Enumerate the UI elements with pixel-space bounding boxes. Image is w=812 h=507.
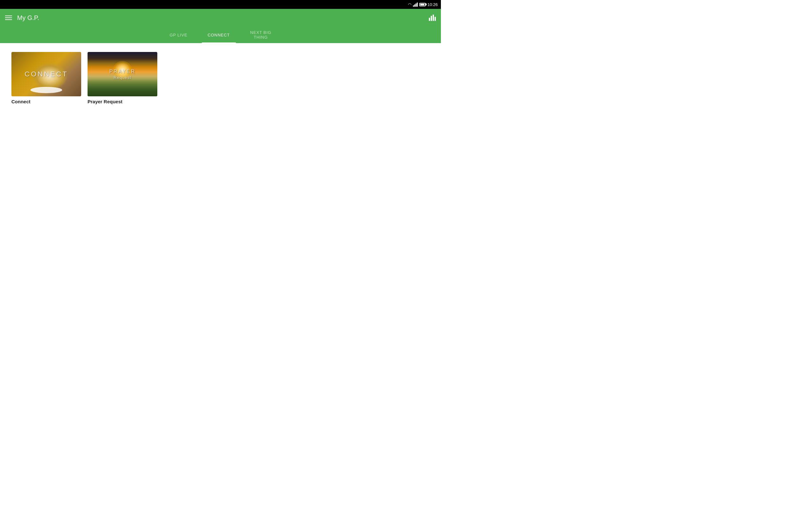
tab-connect-label: CONNECT: [208, 33, 230, 38]
prayer-card-image: PRAYER Request: [88, 52, 157, 96]
status-time: 10:26: [427, 2, 438, 7]
tab-connect[interactable]: CONNECT: [198, 26, 240, 43]
tab-next-big-thing-label: NEXT BIGTHING: [250, 30, 271, 40]
bar-chart-icon[interactable]: [429, 14, 436, 21]
battery-icon: [419, 3, 426, 6]
connect-overlay-text: CONNECT: [25, 70, 68, 78]
cards-grid: CONNECT Connect PRAYER Request Prayer Re…: [11, 52, 429, 104]
connect-card-label: Connect: [11, 99, 81, 104]
prayer-title: PRAYER: [109, 69, 136, 74]
app-title: My G.P.: [17, 14, 39, 21]
status-icons: ◠ 10:26: [408, 2, 438, 7]
tab-bar: GP LIVE CONNECT NEXT BIGTHING: [0, 26, 441, 43]
app-bar-left: My G.P.: [5, 14, 39, 21]
tab-gp-live[interactable]: GP LIVE: [159, 26, 198, 43]
prayer-overlay-text: PRAYER Request: [109, 69, 136, 80]
status-bar: ◠ 10:26: [0, 0, 441, 9]
connect-card[interactable]: CONNECT Connect: [11, 52, 81, 104]
hamburger-menu-button[interactable]: [5, 15, 12, 20]
wifi-icon: ◠: [408, 2, 411, 7]
connect-card-image: CONNECT: [11, 52, 81, 96]
signal-icon: [413, 3, 418, 7]
prayer-subtitle: Request: [109, 75, 136, 80]
main-content: CONNECT Connect PRAYER Request Prayer Re…: [0, 43, 441, 113]
tab-next-big-thing[interactable]: NEXT BIGTHING: [240, 26, 282, 43]
app-bar: My G.P.: [0, 9, 441, 26]
prayer-card-label: Prayer Request: [88, 99, 157, 104]
prayer-card[interactable]: PRAYER Request Prayer Request: [88, 52, 157, 104]
tab-gp-live-label: GP LIVE: [170, 33, 188, 38]
